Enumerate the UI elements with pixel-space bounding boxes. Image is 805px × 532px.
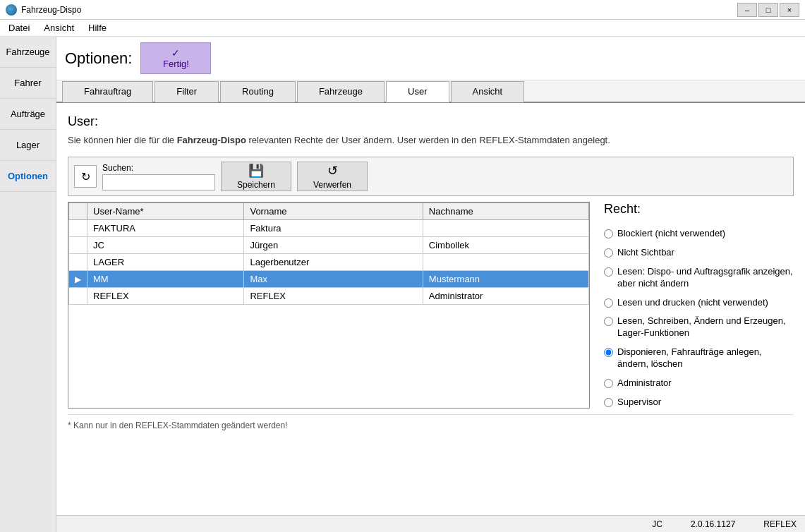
discard-icon: ↺	[327, 163, 338, 179]
cell-nachname: Cimbollek	[423, 237, 588, 254]
radio-r7[interactable]	[604, 379, 613, 388]
tab-bar: Fahrauftrag Filter Routing Fahrzeuge Use…	[56, 80, 805, 103]
radio-label-r7: Administrator	[617, 377, 672, 389]
tab-ansicht[interactable]: Ansicht	[451, 81, 525, 102]
cell-vorname: Max	[244, 271, 423, 288]
user-table: User-Name* Vorname Nachname FAKTURA Fakt…	[68, 202, 590, 409]
cell-username: REFLEX	[87, 288, 244, 305]
radio-label-r8: Supervisor	[617, 397, 661, 409]
content-area: Optionen: ✓ Fertig! Fahrauftrag Filter R…	[56, 37, 805, 532]
sidebar-item-lager[interactable]: Lager	[0, 130, 56, 161]
radio-item-r2: Nicht Sichtbar	[604, 247, 794, 259]
refresh-button[interactable]: ↻	[74, 165, 97, 188]
save-label: Speichern	[237, 180, 275, 190]
tab-routing[interactable]: Routing	[220, 81, 296, 102]
row-arrow	[69, 288, 87, 305]
right-panel: Recht: Blockiert (nicht verwendet) Nicht…	[590, 202, 794, 409]
status-version: 2.0.16.1127	[691, 519, 735, 529]
radio-item-r7: Administrator	[604, 377, 794, 389]
fertig-label: Fertig!	[163, 59, 189, 69]
cell-username: JC	[87, 237, 244, 254]
status-bar: JC 2.0.16.1127 REFLEX	[56, 515, 805, 532]
search-input[interactable]	[102, 174, 215, 191]
cell-vorname: Faktura	[244, 220, 423, 237]
status-user: JC	[652, 519, 662, 529]
fertig-check-icon: ✓	[171, 47, 180, 59]
sidebar-item-auftraege[interactable]: Aufträge	[0, 99, 56, 130]
radio-r4[interactable]	[604, 298, 613, 308]
radio-item-r5: Lesen, Schreiben, Ändern und Erzeugen, L…	[604, 315, 794, 339]
radio-group: Blockiert (nicht verwendet) Nicht Sichtb…	[604, 228, 794, 409]
sidebar-item-fahrzeuge[interactable]: Fahrzeuge	[0, 37, 56, 68]
title-bar: Fahrzeug-Dispo – □ ×	[0, 0, 805, 20]
radio-item-r1: Blockiert (nicht verwendet)	[604, 228, 794, 240]
table-row[interactable]: ▶ MM Max Mustermann	[69, 271, 589, 288]
fertig-button[interactable]: ✓ Fertig!	[140, 42, 211, 74]
footer-note: * Kann nur in den REFLEX-Stammdaten geän…	[68, 414, 794, 430]
desc-part2: relevanten Rechte der User ändern. User …	[246, 135, 610, 145]
search-label: Suchen:	[102, 163, 215, 173]
radio-r3[interactable]	[604, 267, 613, 277]
col-vorname: Vorname	[244, 203, 423, 220]
sidebar-item-fahrer[interactable]: Fahrer	[0, 68, 56, 99]
radio-item-r4: Lesen und drucken (nicht verwendet)	[604, 297, 794, 309]
save-button[interactable]: 💾 Speichern	[221, 162, 291, 191]
save-icon: 💾	[248, 163, 264, 179]
radio-item-r3: Lesen: Dispo- und Auftragsgrafik anzeige…	[604, 266, 794, 290]
page-title: Optionen:	[65, 49, 132, 68]
table-row[interactable]: JC Jürgen Cimbollek	[69, 237, 589, 254]
radio-r5[interactable]	[604, 317, 613, 326]
row-arrow	[69, 220, 87, 237]
discard-button[interactable]: ↺ Verwerfen	[297, 162, 368, 191]
radio-r1[interactable]	[604, 229, 613, 238]
close-button[interactable]: ×	[780, 3, 799, 17]
menu-datei[interactable]: Datei	[3, 21, 35, 35]
radio-label-r5: Lesen, Schreiben, Ändern und Erzeugen, L…	[617, 315, 794, 339]
radio-label-r4: Lesen und drucken (nicht verwendet)	[617, 297, 768, 309]
cell-vorname: REFLEX	[244, 288, 423, 305]
title-bar-text: Fahrzeug-Dispo	[21, 5, 81, 15]
cell-nachname: Mustermann	[423, 271, 588, 288]
radio-label-r6: Disponieren, Fahraufträge anlegen, änder…	[617, 346, 794, 370]
cell-nachname: Administrator	[423, 288, 588, 305]
menu-ansicht[interactable]: Ansicht	[38, 21, 80, 35]
right-panel-title: Recht:	[604, 202, 794, 217]
title-bar-left: Fahrzeug-Dispo	[6, 4, 81, 16]
user-data-table: User-Name* Vorname Nachname FAKTURA Fakt…	[68, 202, 589, 305]
minimize-button[interactable]: –	[737, 3, 757, 17]
cell-vorname: Jürgen	[244, 237, 423, 254]
col-username: User-Name*	[87, 203, 244, 220]
radio-r2[interactable]	[604, 248, 613, 258]
sidebar-item-optionen[interactable]: Optionen	[0, 161, 56, 192]
status-system: REFLEX	[763, 519, 797, 529]
radio-r8[interactable]	[604, 398, 613, 407]
main-layout: Fahrzeuge Fahrer Aufträge Lager Optionen…	[0, 37, 805, 532]
cell-username: MM	[87, 271, 244, 288]
app-icon	[6, 4, 17, 16]
tab-user[interactable]: User	[386, 81, 449, 102]
row-arrow: ▶	[69, 271, 87, 288]
row-arrow	[69, 254, 87, 271]
table-row[interactable]: REFLEX REFLEX Administrator	[69, 288, 589, 305]
page-header: Optionen: ✓ Fertig!	[56, 37, 805, 80]
tab-fahrzeuge[interactable]: Fahrzeuge	[297, 81, 385, 102]
table-row[interactable]: FAKTURA Faktura	[69, 220, 589, 237]
radio-item-r6: Disponieren, Fahraufträge anlegen, änder…	[604, 346, 794, 370]
cell-username: FAKTURA	[87, 220, 244, 237]
menu-hilfe[interactable]: Hilfe	[83, 21, 112, 35]
cell-vorname: Lagerbenutzer	[244, 254, 423, 271]
window-controls: – □ ×	[737, 3, 799, 17]
desc-part1: Sie können hier die für die	[68, 135, 177, 145]
sidebar: Fahrzeuge Fahrer Aufträge Lager Optionen	[0, 37, 56, 532]
maximize-button[interactable]: □	[758, 3, 778, 17]
table-row[interactable]: LAGER Lagerbenutzer	[69, 254, 589, 271]
discard-label: Verwerfen	[313, 180, 351, 190]
radio-r6[interactable]	[604, 348, 613, 357]
col-nachname: Nachname	[423, 203, 588, 220]
search-section: Suchen:	[102, 163, 215, 191]
radio-label-r1: Blockiert (nicht verwendet)	[617, 228, 725, 240]
tab-fahrauftrag[interactable]: Fahrauftrag	[62, 81, 153, 102]
radio-item-r8: Supervisor	[604, 397, 794, 409]
desc-bold: Fahrzeug-Dispo	[177, 135, 246, 145]
tab-filter[interactable]: Filter	[155, 81, 219, 102]
